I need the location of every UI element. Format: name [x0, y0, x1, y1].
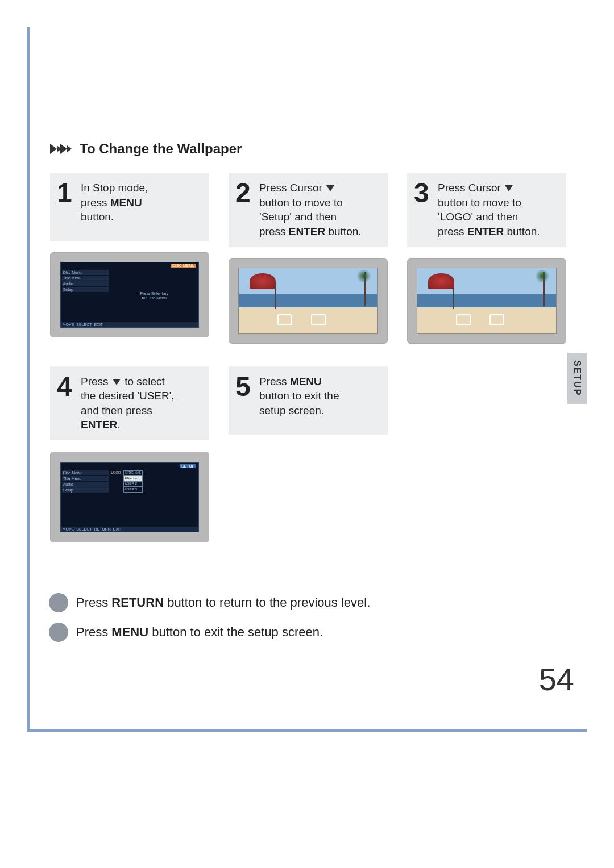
tv-screen-setup: SETUP Disc Menu Title Menu Audio Setup L…	[60, 462, 200, 532]
step-4-screenshot: SETUP Disc Menu Title Menu Audio Setup L…	[50, 452, 209, 542]
cursor-down-icon	[505, 185, 513, 191]
sidebar-item: Audio	[62, 482, 109, 487]
sidebar-item: Audio	[62, 281, 109, 286]
step-1: 1 In Stop mode, press MENU button. DISC …	[50, 173, 209, 344]
sidebar-item: Disc Menu	[62, 470, 109, 475]
step-3-text: 3 Press Cursor button to move to 'LOGO' …	[407, 173, 566, 247]
screen-footer: MOVE SELECT EXIT	[61, 322, 199, 327]
step-description: Press Cursor button to move to 'Setup' a…	[259, 181, 362, 239]
step-2-screenshot	[229, 258, 388, 344]
cursor-down-icon	[113, 379, 121, 385]
option-item: ORIGINAL	[123, 470, 143, 476]
chevron-group-icon	[50, 144, 70, 154]
sidebar-item: Title Menu	[62, 476, 109, 481]
step-5-text: 5 Press MENU button to exit the setup sc…	[229, 366, 388, 435]
sidebar-item: Setup	[62, 487, 109, 493]
screen-footer: MOVE SELECT RETURN EXIT	[61, 527, 199, 532]
step-4: 4 Press to select the desired 'USER', an…	[50, 366, 209, 543]
sidebar-item: Setup	[62, 287, 109, 292]
option-item: USER 3	[123, 487, 143, 493]
footer-notes: Press RETURN button to return to the pre…	[49, 583, 569, 652]
screen-tag: DISC MENU	[171, 264, 196, 268]
option-item-selected: USER 1	[123, 475, 143, 481]
step-5: 5 Press MENU button to exit the setup sc…	[229, 366, 388, 543]
section-title: To Change the Wallpaper	[80, 141, 242, 157]
sidebar-item: Disc Menu	[62, 270, 109, 275]
beach-wallpaper-preview	[238, 268, 379, 334]
screen-main: Press Enter key for Disc Menu	[110, 269, 198, 322]
step-number: 5	[235, 374, 255, 399]
option-item: USER 2	[123, 481, 143, 487]
tv-screen-disc-menu: DISC MENU Disc Menu Title Menu Audio Set…	[60, 262, 200, 327]
page-number: 54	[539, 661, 574, 698]
screen-sidebar: Disc Menu Title Menu Audio Setup	[61, 469, 110, 527]
step-3: 3 Press Cursor button to move to 'LOGO' …	[407, 173, 566, 344]
note-return: Press RETURN button to return to the pre…	[49, 593, 569, 612]
step-description: Press MENU button to exit the setup scre…	[259, 374, 339, 418]
option-list: ORIGINAL USER 1 USER 2 USER 3	[123, 470, 143, 493]
step-number: 2	[235, 181, 255, 205]
step-1-screenshot: DISC MENU Disc Menu Title Menu Audio Set…	[50, 252, 209, 337]
step-2: 2 Press Cursor button to move to 'Setup'…	[229, 173, 388, 344]
note-text: Press RETURN button to return to the pre…	[76, 595, 370, 610]
step-number: 3	[414, 181, 433, 205]
setup-side-tab: SETUP	[567, 353, 587, 404]
step-3-screenshot	[407, 258, 566, 344]
bullet-icon	[49, 593, 68, 612]
note-menu: Press MENU button to exit the setup scre…	[49, 623, 569, 642]
step-spacer	[407, 366, 566, 543]
sidebar-item: Title Menu	[62, 276, 109, 281]
manual-page: To Change the Wallpaper 1 In Stop mode, …	[0, 0, 614, 868]
step-number: 1	[57, 181, 76, 205]
step-description: Press to select the desired 'USER', and …	[81, 374, 175, 433]
logo-label: LOGO	[111, 470, 121, 474]
step-4-text: 4 Press to select the desired 'USER', an…	[50, 366, 209, 441]
step-description: In Stop mode, press MENU button.	[81, 181, 148, 224]
screen-main: LOGO ORIGINAL USER 1 USER 2 USER 3	[110, 469, 198, 527]
step-description: Press Cursor button to move to 'LOGO' an…	[438, 181, 540, 239]
screen-sidebar: Disc Menu Title Menu Audio Setup	[61, 269, 110, 322]
step-1-text: 1 In Stop mode, press MENU button.	[50, 173, 209, 241]
step-2-text: 2 Press Cursor button to move to 'Setup'…	[229, 173, 388, 247]
steps-row-1: 1 In Stop mode, press MENU button. DISC …	[50, 173, 566, 344]
side-tab-label: SETUP	[572, 360, 582, 396]
steps-row-2: 4 Press to select the desired 'USER', an…	[50, 366, 566, 543]
beach-wallpaper-preview	[417, 268, 557, 334]
note-text: Press MENU button to exit the setup scre…	[76, 625, 323, 640]
cursor-down-icon	[326, 185, 334, 191]
section-header: To Change the Wallpaper	[50, 141, 566, 157]
screen-tag: SETUP	[180, 464, 196, 468]
step-number: 4	[57, 374, 76, 399]
bullet-icon	[49, 623, 68, 642]
